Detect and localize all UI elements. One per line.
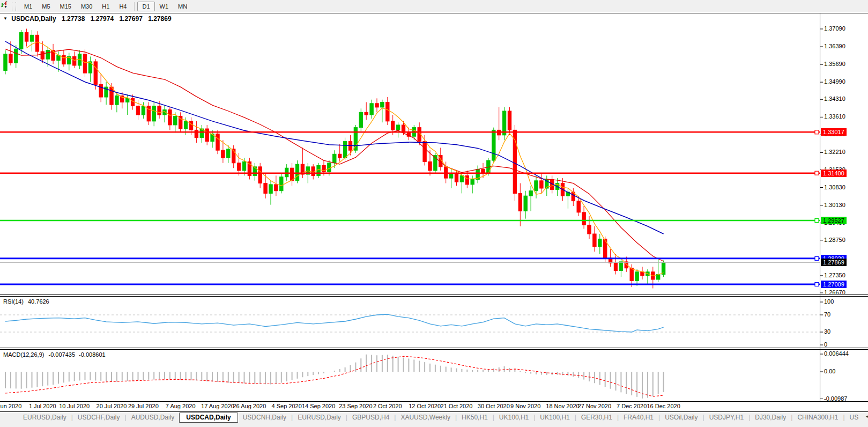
price-tick: 1.36390 [824, 43, 845, 49]
price-tick: 1.28750 [824, 237, 845, 243]
hline-price-badge: 1.29527 [821, 217, 847, 224]
price-tick: 1.34990 [824, 78, 845, 85]
chart-cursor-icon [0, 0, 9, 9]
macd-label: MACD(12,26,9) -0.007435 -0.008601 [3, 351, 106, 358]
date-tick: 7 Aug 2020 [166, 403, 196, 409]
date-tick: 20 Jul 2020 [97, 403, 127, 409]
rsi-tick: 0 [824, 341, 827, 348]
date-tick: 18 Nov 2020 [546, 403, 579, 409]
date-tick: 4 Sep 2020 [272, 403, 302, 409]
ohlc-low: 1.27697 [119, 15, 142, 23]
date-tick: 10 Jul 2020 [59, 403, 90, 409]
date-tick: 23 Sep 2020 [339, 403, 372, 409]
date-tick: 29 Jul 2020 [128, 403, 159, 409]
price-tick: 1.30130 [824, 202, 845, 208]
current-price-badge: 1.27869 [821, 259, 847, 266]
chart-symbol: USDCAD,Daily [11, 15, 56, 23]
date-tick: 16 Dec 2020 [647, 403, 680, 409]
price-tick: 1.35690 [824, 61, 845, 67]
date-tick: 9 Nov 2020 [510, 403, 540, 409]
macd-name: MACD(12,26,9) [3, 351, 44, 358]
price-tick: 1.26670 [824, 289, 845, 296]
date-tick: 17 Aug 2020 [201, 403, 234, 409]
title-marker-icon: ▼ [3, 16, 8, 21]
macd-signal-value: -0.008601 [79, 351, 106, 358]
rsi-tick: 30 [824, 328, 830, 335]
macd-tick: -0.00987 [824, 395, 847, 402]
rsi-tick: 100 [824, 298, 834, 305]
date-tick: 21 Oct 2020 [441, 403, 473, 409]
price-tick: 1.30830 [824, 184, 845, 190]
hline-price-badge: 1.27009 [821, 281, 847, 288]
date-tick: 1 Jul 2020 [29, 403, 56, 409]
mt4-terminal: { "toolbar": { "timeframes": ["M1","M5",… [0, 0, 868, 427]
price-tick: 1.37090 [824, 25, 845, 32]
date-tick: 7 Dec 2020 [617, 403, 647, 409]
date-tick: 12 Oct 2020 [409, 403, 441, 409]
date-tick: 14 Sep 2020 [302, 403, 335, 409]
cursor-tool-button[interactable]: ▼ [0, 5, 10, 9]
date-tick: 2 Oct 2020 [373, 403, 402, 409]
price-tick: 1.34310 [824, 95, 845, 102]
price-tick: 1.33610 [824, 113, 845, 120]
chart-title: ▼ USDCAD,Daily 1.27738 1.27974 1.27697 1… [3, 15, 172, 23]
date-tick: 30 Oct 2020 [478, 403, 510, 409]
hline-price-badge: 1.33017 [821, 128, 847, 136]
macd-tick: 0.00 [824, 368, 835, 374]
rsi-value: 40.7626 [28, 298, 49, 305]
chart-canvas[interactable] [0, 0, 868, 427]
rsi-name: RSI(14) [3, 298, 24, 305]
price-tick: 1.32210 [824, 149, 845, 155]
macd-tick: 0.006444 [824, 350, 849, 357]
ohlc-open: 1.27738 [62, 15, 85, 23]
hline-price-badge: 1.31400 [821, 170, 847, 177]
ohlc-close: 1.27869 [148, 15, 171, 23]
macd-value: -0.007435 [48, 351, 75, 358]
date-tick: 27 Nov 2020 [578, 403, 611, 409]
price-tick: 1.27350 [824, 272, 845, 278]
rsi-label: RSI(14) 40.7626 [3, 298, 49, 305]
ohlc-high: 1.27974 [91, 15, 114, 23]
date-tick: 26 Aug 2020 [233, 403, 266, 409]
date-tick: 22 Jun 2020 [0, 403, 21, 409]
rsi-tick: 70 [824, 311, 830, 318]
